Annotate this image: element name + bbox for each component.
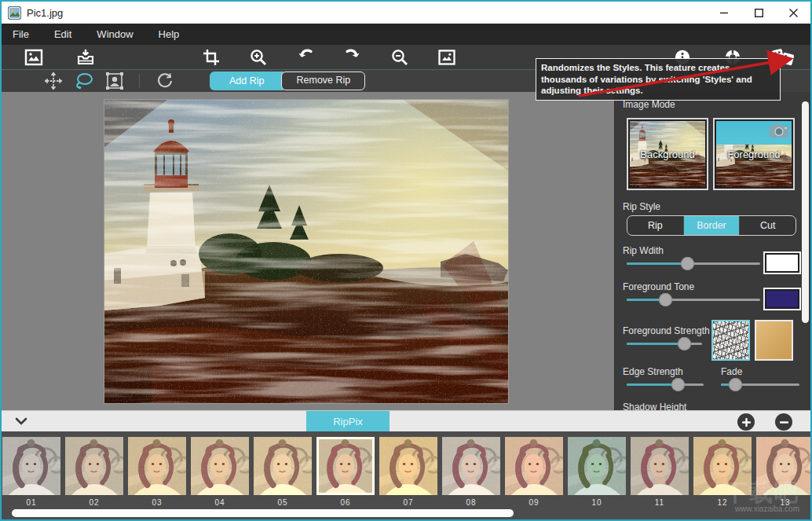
- foreground-mode-label: Foreground: [715, 149, 793, 160]
- filmstrip-thumbnail[interactable]: 08: [442, 437, 500, 507]
- bottom-bar: RipPix: [2, 410, 810, 431]
- filmstrip-thumbnail[interactable]: 13: [756, 437, 810, 507]
- fade-knob[interactable]: [729, 378, 742, 391]
- remove-thumbnail-button[interactable]: [775, 413, 792, 431]
- rip-style-label: Rip Style: [623, 201, 660, 212]
- panel-scrollbar[interactable]: [802, 101, 809, 323]
- filmstrip-thumbnail[interactable]: 06: [316, 437, 375, 507]
- menu-help[interactable]: Help: [159, 28, 192, 40]
- filmstrip-thumbnail[interactable]: 02: [65, 437, 123, 507]
- filmstrip-scrollbar[interactable]: [12, 509, 514, 517]
- settings-panel: Image Mode Background Foreground Rip Sty…: [614, 92, 810, 410]
- new-image-icon[interactable]: [20, 47, 47, 68]
- filmstrip-thumbnail[interactable]: 12: [693, 437, 752, 507]
- foreground-tone-knob[interactable]: [659, 293, 672, 306]
- camera-icon: [769, 123, 789, 138]
- thumbnail-number: 04: [191, 498, 249, 507]
- rotate-icon[interactable]: [152, 72, 177, 90]
- add-thumbnail-button[interactable]: [737, 413, 755, 431]
- filmstrip-thumbnail[interactable]: 09: [505, 437, 563, 507]
- shadow-height-label: Shadow Height: [623, 402, 686, 410]
- filmstrip-thumbnail[interactable]: 10: [568, 437, 626, 507]
- thumbnail-number: 10: [568, 498, 626, 507]
- menu-window[interactable]: Window: [97, 28, 145, 40]
- app-window: Pic1.jpg File Edit Window Help: [0, 0, 812, 521]
- filmstrip-thumbnail[interactable]: 05: [254, 437, 312, 507]
- texture-paper-thumb[interactable]: [755, 320, 793, 361]
- rippix-button[interactable]: RipPix: [306, 411, 390, 432]
- rip-width-swatch[interactable]: [763, 251, 801, 274]
- background-mode-thumb[interactable]: Background: [627, 118, 708, 190]
- import-icon[interactable]: [72, 47, 99, 68]
- rip-style-segment: Rip Border Cut: [627, 215, 796, 236]
- filmstrip-thumbnail[interactable]: 11: [631, 437, 689, 507]
- photo-image[interactable]: [104, 100, 508, 403]
- filmstrip-thumbnail[interactable]: 01: [2, 437, 60, 507]
- rip-style-border[interactable]: Border: [684, 216, 741, 235]
- add-rip-button[interactable]: Add Rip: [210, 72, 283, 90]
- menu-file[interactable]: File: [13, 28, 42, 40]
- rip-style-cut[interactable]: Cut: [740, 216, 796, 235]
- close-button[interactable]: [776, 2, 810, 24]
- crop-icon[interactable]: [198, 47, 225, 68]
- thumbnail-number: 12: [693, 498, 752, 507]
- foreground-strength-slider[interactable]: [627, 336, 702, 350]
- thumbnail-number: 05: [254, 498, 312, 507]
- filmstrip: 01 02 03 04 05 06 07 08 09 10 11 12 13: [2, 431, 810, 507]
- menu-bar: File Edit Window Help: [2, 24, 810, 45]
- zoom-out-icon[interactable]: [386, 47, 413, 68]
- rip-width-knob[interactable]: [681, 257, 694, 270]
- randomize-tooltip: Randomizes the Styles. This feature crea…: [536, 58, 781, 101]
- rip-width-label: Rip Wdith: [623, 245, 664, 256]
- window-title: Pic1.jpg: [27, 7, 63, 19]
- person-select-icon[interactable]: [102, 72, 126, 90]
- main-area: Image Mode Background Foreground Rip Sty…: [2, 92, 810, 410]
- foreground-mode-thumb[interactable]: Foreground: [713, 118, 795, 190]
- thumbnail-number: 06: [316, 498, 375, 507]
- canvas[interactable]: [2, 92, 614, 410]
- texture-scratch-thumb[interactable]: [711, 320, 750, 361]
- toolbar-divider: [139, 74, 140, 88]
- foreground-strength-label: Foreground Strength: [623, 325, 710, 336]
- foreground-tone-label: Foreground Tone: [623, 281, 694, 292]
- menu-edit[interactable]: Edit: [54, 28, 84, 40]
- foreground-strength-knob[interactable]: [678, 337, 691, 350]
- edge-strength-knob[interactable]: [671, 378, 685, 391]
- fade-label: Fade: [721, 366, 742, 377]
- filmstrip-thumbnail[interactable]: 07: [379, 437, 437, 507]
- thumbnail-number: 07: [379, 498, 437, 507]
- remove-rip-button[interactable]: Remove Rip: [281, 72, 365, 90]
- move-icon[interactable]: [41, 72, 65, 90]
- thumbnail-number: 02: [65, 498, 123, 507]
- zoom-in-icon[interactable]: [245, 47, 272, 68]
- filmstrip-section: 01 02 03 04 05 06 07 08 09 10 11 12 13: [2, 431, 810, 519]
- thumbnail-number: 08: [442, 498, 500, 507]
- filmstrip-thumbnail[interactable]: 03: [128, 437, 186, 507]
- thumbnail-number: 01: [2, 498, 60, 507]
- chevron-down-icon[interactable]: [11, 413, 31, 429]
- rip-width-slider[interactable]: [627, 256, 760, 270]
- foreground-tone-swatch[interactable]: [763, 288, 801, 310]
- thumbnail-number: 09: [505, 498, 563, 507]
- redo-icon[interactable]: [339, 47, 366, 68]
- undo-icon[interactable]: [292, 47, 319, 68]
- app-icon: [8, 6, 21, 20]
- thumbnail-number: 13: [756, 498, 810, 507]
- foreground-tone-slider[interactable]: [627, 292, 760, 306]
- rip-style-rip[interactable]: Rip: [627, 216, 684, 235]
- edge-strength-slider[interactable]: [627, 377, 704, 391]
- lasso-icon[interactable]: [71, 72, 96, 90]
- filmstrip-thumbnail[interactable]: 04: [191, 437, 249, 507]
- fade-slider[interactable]: [721, 377, 799, 391]
- thumbnail-number: 03: [128, 498, 186, 507]
- export-image-icon[interactable]: [433, 47, 460, 68]
- maximize-button[interactable]: [741, 2, 776, 24]
- background-mode-label: Background: [628, 149, 707, 160]
- minimize-button[interactable]: [707, 2, 741, 24]
- title-bar[interactable]: Pic1.jpg: [2, 2, 810, 24]
- edge-strength-label: Edge Strength: [623, 366, 683, 377]
- thumbnail-number: 11: [631, 498, 689, 507]
